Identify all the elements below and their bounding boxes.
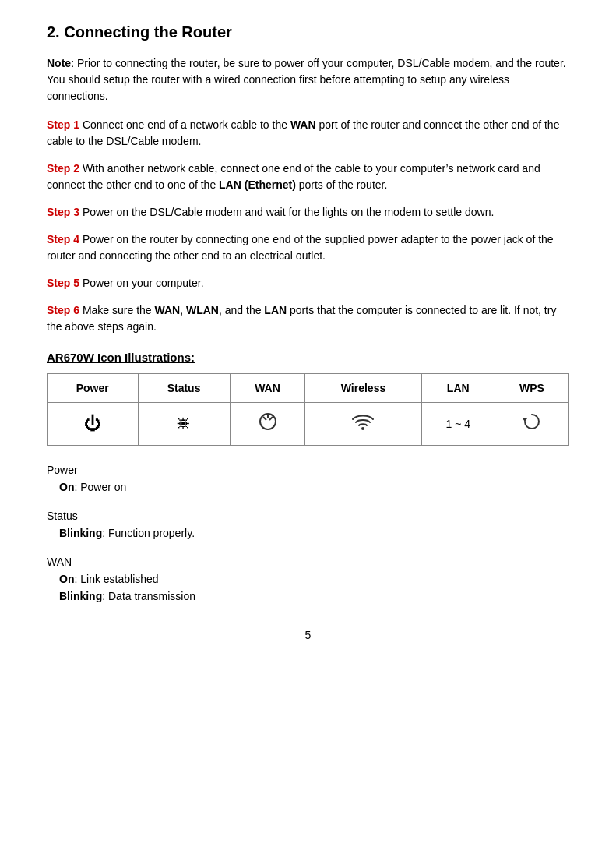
col-header-status: Status — [138, 374, 230, 403]
note-block: Note: Prior to connecting the router, be… — [47, 55, 569, 104]
step-2-bold1: LAN (Ethernet) — [219, 178, 296, 191]
page-number: 5 — [47, 629, 569, 641]
step-6-label: Step 6 — [47, 304, 79, 316]
step-6-text3: , and the — [219, 304, 264, 316]
icon-table-icon-row: ⏻ ⛯ 1 ~ 4 — [48, 403, 569, 446]
step-3: Step 3 Power on the DSL/Cable modem and … — [47, 204, 569, 221]
wireless-icon-svg — [351, 412, 375, 431]
col-header-wireless: Wireless — [305, 374, 421, 403]
svg-point-4 — [361, 427, 364, 430]
wan-desc-on: On: Link established — [59, 570, 569, 588]
step-2-label: Step 2 — [47, 162, 79, 175]
step-2: Step 2 With another network cable, conne… — [47, 161, 569, 193]
step-1-label: Step 1 — [47, 118, 79, 131]
icon-wan — [230, 403, 305, 446]
step-1-bold1: WAN — [290, 118, 316, 131]
wan-blinking-label: Blinking — [59, 590, 102, 602]
status-desc-title: Status — [47, 507, 569, 524]
icon-power: ⏻ — [48, 403, 139, 446]
icon-section-title: AR670W Icon Illustrations: — [47, 351, 569, 364]
col-header-power: Power — [48, 374, 139, 403]
step-6: Step 6 Make sure the WAN, WLAN, and the … — [47, 302, 569, 335]
wan-desc: WAN On: Link established Blinking: Data … — [47, 553, 569, 605]
svg-marker-5 — [523, 418, 527, 422]
power-desc: Power On: Power on — [47, 461, 569, 496]
step-1-text: Connect one end of a network cable to th… — [79, 118, 290, 131]
wan-desc-title: WAN — [47, 553, 569, 570]
status-desc: Status Blinking: Function properly. — [47, 507, 569, 542]
step-6-bold3: LAN — [264, 304, 287, 316]
svg-line-3 — [269, 417, 273, 420]
icon-wps — [495, 403, 568, 446]
power-desc-on: On: Power on — [59, 478, 569, 496]
status-blinking-text: : Function properly. — [102, 527, 195, 539]
power-desc-title: Power — [47, 461, 569, 478]
wan-blinking-text: : Data transmission — [102, 590, 195, 602]
page-title: 2. Connecting the Router — [47, 23, 569, 41]
status-blinking-label: Blinking — [59, 527, 102, 539]
step-6-bold1: WAN — [155, 304, 181, 316]
step-3-text: Power on the DSL/Cable modem and wait fo… — [79, 206, 494, 218]
step-3-label: Step 3 — [47, 206, 79, 218]
wan-on-text: : Link established — [74, 573, 158, 585]
step-6-bold2: WLAN — [186, 304, 219, 316]
icon-table: Power Status WAN Wireless LAN WPS ⏻ ⛯ — [47, 373, 569, 446]
col-header-wps: WPS — [495, 374, 568, 403]
col-header-lan: LAN — [421, 374, 495, 403]
step-4-label: Step 4 — [47, 233, 79, 245]
power-on-text: : Power on — [74, 481, 126, 493]
step-5-text: Power on your computer. — [79, 277, 204, 289]
wan-on-label: On — [59, 573, 74, 585]
wps-icon-svg — [521, 411, 543, 432]
note-label: Note — [47, 57, 71, 69]
power-on-label: On — [59, 481, 74, 493]
note-text: : Prior to connecting the router, be sur… — [47, 57, 566, 102]
icon-table-header-row: Power Status WAN Wireless LAN WPS — [48, 374, 569, 403]
step-4: Step 4 Power on the router by connecting… — [47, 231, 569, 264]
step-6-text: Make sure the — [79, 304, 155, 316]
step-2-text2: ports of the router. — [296, 178, 388, 191]
wan-icon-svg — [257, 411, 279, 432]
step-1: Step 1 Connect one end of a network cabl… — [47, 117, 569, 150]
step-5: Step 5 Power on your computer. — [47, 275, 569, 291]
wan-desc-blinking: Blinking: Data transmission — [59, 588, 569, 605]
icon-wireless — [305, 403, 421, 446]
col-header-wan: WAN — [230, 374, 305, 403]
step-5-label: Step 5 — [47, 277, 79, 289]
icon-lan: 1 ~ 4 — [421, 403, 495, 446]
svg-line-2 — [263, 417, 266, 420]
icon-status: ⛯ — [138, 403, 230, 446]
step-6-text2: , — [180, 304, 186, 316]
step-4-text: Power on the router by connecting one en… — [47, 233, 554, 262]
status-desc-blinking: Blinking: Function properly. — [59, 524, 569, 542]
